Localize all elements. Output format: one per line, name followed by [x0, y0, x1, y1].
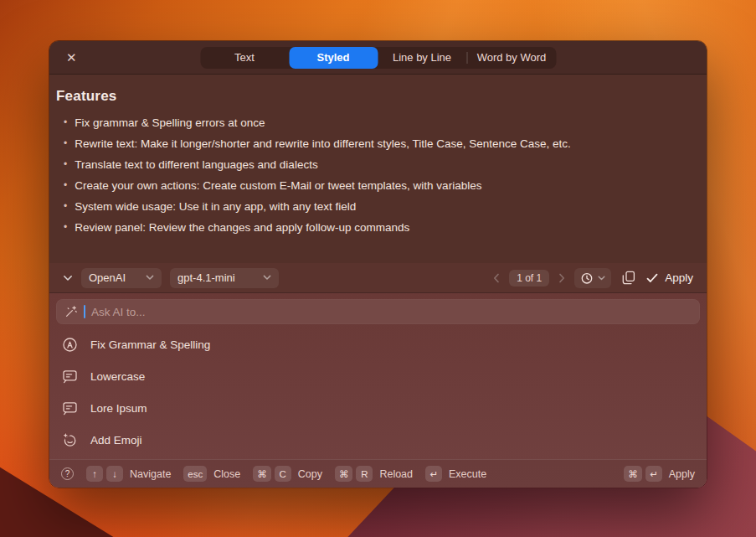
spellcheck-icon [61, 336, 78, 353]
action-item-lore-ipsum[interactable]: Lore Ipsum [49, 392, 707, 424]
magic-wand-icon [64, 305, 78, 318]
action-list: Fix Grammar & Spelling Lowercase Lore Ip… [49, 327, 707, 456]
tab-line-by-line[interactable]: Line by Line [378, 47, 466, 69]
prompt-row: Ask AI to... [49, 293, 707, 327]
action-item-add-emoji[interactable]: Add Emoji [49, 424, 707, 456]
ask-ai-input[interactable]: Ask AI to... [56, 299, 700, 324]
help-icon[interactable]: ? [61, 467, 74, 480]
text-bubble-icon [61, 400, 78, 416]
tab-word-by-word[interactable]: Word by Word [467, 47, 556, 69]
prev-page-button[interactable] [493, 273, 500, 283]
apply-button[interactable]: Apply [646, 271, 693, 284]
model-dropdown[interactable]: gpt-4.1-mini [170, 268, 279, 288]
feature-item: • Fix grammar & Spelling errors at once [56, 112, 687, 133]
shortcut-close: esc Close [183, 466, 240, 482]
input-placeholder: Ask AI to... [91, 306, 146, 318]
key-r: R [356, 466, 373, 482]
feature-text: System wide usage: Use it in any app, wi… [75, 196, 356, 217]
feature-item: • Review panel: Review the changes and a… [56, 217, 687, 238]
chevron-down-icon [263, 275, 271, 281]
chevron-down-icon [146, 275, 154, 281]
shortcut-label: Close [213, 468, 240, 480]
action-item-lowercase[interactable]: Lowercase [49, 360, 707, 392]
key-arrow-down: ↓ [106, 466, 123, 482]
close-button[interactable]: ✕ [63, 49, 80, 65]
text-caret [84, 305, 85, 318]
feature-text: Fix grammar & Spelling errors at once [75, 112, 265, 133]
bullet-icon: • [64, 133, 67, 154]
feature-text: Create your own actions: Create custom E… [75, 175, 481, 196]
bullet-icon: • [64, 217, 67, 238]
text-bubble-icon [61, 368, 78, 385]
bullet-icon: • [64, 154, 67, 175]
shortcut-label: Apply [669, 468, 695, 480]
command-panel: Ask AI to... Fix Grammar & Spelling Lowe… [49, 293, 707, 488]
shortcut-label: Reload [379, 468, 413, 480]
feature-item: • System wide usage: Use it in any app, … [56, 196, 687, 217]
features-panel: Features • Fix grammar & Spelling errors… [49, 75, 707, 263]
desktop: ✕ Text Styled Line by Line Word by Word … [0, 0, 756, 537]
key-return: ↵ [645, 466, 662, 482]
copy-icon [622, 271, 635, 285]
history-dropdown[interactable] [574, 268, 611, 288]
provider-label: OpenAI [89, 271, 126, 284]
emoji-sparkle-icon [61, 431, 78, 448]
key-cmd: ⌘ [335, 466, 353, 482]
chevron-down-icon[interactable] [63, 275, 73, 281]
features-title: Features [56, 88, 687, 105]
clock-icon [580, 271, 594, 285]
action-label: Fix Grammar & Spelling [90, 338, 210, 351]
action-item-fix-grammar[interactable]: Fix Grammar & Spelling [49, 328, 707, 360]
bullet-icon: • [64, 196, 67, 217]
model-toolbar: OpenAI gpt-4.1-mini 1 of 1 [49, 263, 707, 293]
chevron-down-icon [598, 276, 605, 281]
feature-text: Rewrite text: Make it longer/shorter and… [75, 133, 571, 154]
feature-text: Review panel: Review the changes and app… [75, 217, 409, 238]
key-cmd: ⌘ [624, 466, 642, 482]
apply-label: Apply [665, 271, 693, 284]
toolbar-right-group: 1 of 1 [493, 268, 693, 288]
feature-item: • Create your own actions: Create custom… [56, 175, 687, 196]
action-label: Lowercase [90, 370, 145, 383]
status-bar: ? ↑ ↓ Navigate esc Close ⌘ C Copy ⌘ [49, 459, 707, 488]
key-cmd: ⌘ [253, 466, 271, 482]
key-esc: esc [183, 466, 207, 482]
action-label: Add Emoji [90, 434, 142, 447]
copy-button[interactable] [620, 269, 637, 287]
shortcut-label: Navigate [130, 468, 171, 480]
page-indicator: 1 of 1 [509, 270, 549, 287]
shortcut-execute: ↵ Execute [425, 466, 486, 482]
feature-text: Translate text to different languages an… [75, 154, 317, 175]
shortcut-copy: ⌘ C Copy [253, 466, 322, 482]
key-arrow-up: ↑ [86, 466, 103, 482]
shortcut-label: Execute [449, 468, 486, 480]
key-c: C [275, 466, 291, 482]
bullet-icon: • [64, 175, 67, 196]
bullet-icon: • [64, 112, 67, 133]
model-label: gpt-4.1-mini [177, 271, 235, 284]
tab-styled[interactable]: Styled [289, 47, 378, 69]
tab-text[interactable]: Text [200, 47, 289, 69]
window-titlebar: ✕ Text Styled Line by Line Word by Word [49, 41, 707, 75]
assistant-window: ✕ Text Styled Line by Line Word by Word … [49, 40, 707, 488]
shortcut-reload: ⌘ R Reload [335, 466, 413, 482]
view-mode-tabs: Text Styled Line by Line Word by Word [200, 47, 556, 69]
key-return: ↵ [425, 466, 442, 482]
next-page-button[interactable] [558, 273, 565, 283]
shortcut-label: Copy [298, 468, 322, 480]
feature-item: • Rewrite text: Make it longer/shorter a… [56, 133, 687, 154]
features-list: • Fix grammar & Spelling errors at once … [56, 112, 687, 238]
checkmark-icon [646, 273, 658, 283]
statusbar-apply-button[interactable]: ⌘ ↵ Apply [624, 466, 695, 482]
action-label: Lore Ipsum [90, 402, 147, 415]
provider-dropdown[interactable]: OpenAI [81, 268, 162, 288]
feature-item: • Translate text to different languages … [56, 154, 687, 175]
shortcut-navigate: ↑ ↓ Navigate [86, 466, 171, 482]
